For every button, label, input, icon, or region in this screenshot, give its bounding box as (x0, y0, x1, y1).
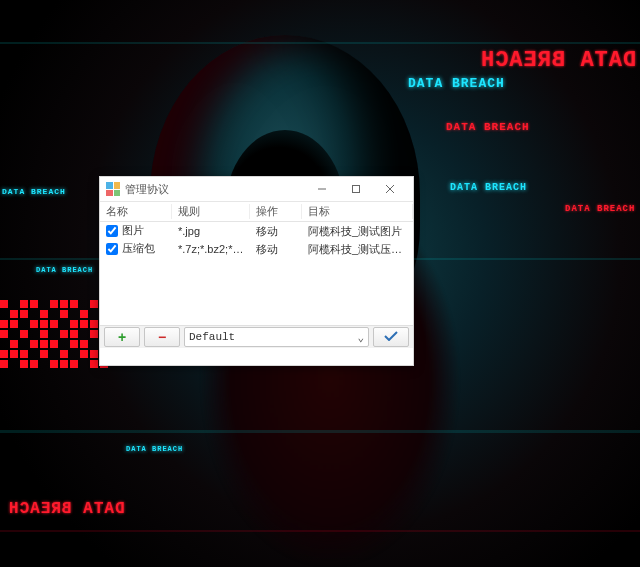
row-rule: *.7z;*.bz2;*.gz… (172, 243, 250, 255)
confirm-button[interactable] (373, 327, 409, 347)
breach-text: DATA BREACH (8, 500, 125, 518)
breach-text: DATA BREACH (480, 48, 636, 73)
profile-dropdown[interactable]: Default ⌄ (184, 327, 369, 347)
app-icon (106, 182, 120, 196)
row-action: 移动 (250, 224, 302, 239)
row-target: 阿榄科技_测试图片 (302, 224, 413, 239)
col-action[interactable]: 操作 (250, 204, 302, 219)
add-button[interactable]: + (104, 327, 140, 347)
breach-text: DATA BREACH (2, 187, 66, 196)
col-target[interactable]: 目标 (302, 204, 413, 219)
remove-button[interactable]: − (144, 327, 180, 347)
rules-grid[interactable]: 名称 规则 操作 目标 图片*.jpg移动阿榄科技_测试图片压缩包*.7z;*.… (100, 202, 413, 325)
glitch-line (0, 430, 640, 433)
manage-rules-dialog: 管理协议 名称 规则 操作 目标 图片*.jpg移动阿榄科技_测试图片压缩包*.… (99, 176, 414, 366)
glitch-line (0, 42, 640, 44)
breach-text: DATA BREACH (450, 182, 527, 193)
minus-icon: − (158, 330, 166, 344)
table-row[interactable]: 图片*.jpg移动阿榄科技_测试图片 (100, 222, 413, 240)
breach-text: DATA BREACH (126, 445, 183, 453)
row-rule: *.jpg (172, 225, 250, 237)
minimize-button[interactable] (305, 177, 339, 201)
close-button[interactable] (373, 177, 407, 201)
row-action: 移动 (250, 242, 302, 257)
pixel-glitch (0, 300, 108, 368)
col-rule[interactable]: 规则 (172, 204, 250, 219)
toolbar: + − Default ⌄ (100, 325, 413, 348)
svg-rect-1 (353, 186, 360, 193)
breach-text: DATA BREACH (408, 76, 505, 91)
row-name: 图片 (122, 223, 144, 238)
chevron-down-icon: ⌄ (357, 331, 364, 344)
col-name[interactable]: 名称 (100, 204, 172, 219)
row-check[interactable]: 压缩包 (106, 241, 155, 256)
plus-icon: + (118, 330, 126, 344)
check-icon (384, 331, 398, 343)
row-target: 阿榄科技_测试压… (302, 242, 413, 257)
row-check[interactable]: 图片 (106, 223, 144, 238)
glitch-line (0, 530, 640, 532)
row-checkbox[interactable] (106, 243, 118, 255)
titlebar[interactable]: 管理协议 (100, 177, 413, 202)
row-name: 压缩包 (122, 241, 155, 256)
maximize-button[interactable] (339, 177, 373, 201)
row-checkbox[interactable] (106, 225, 118, 237)
table-row[interactable]: 压缩包*.7z;*.bz2;*.gz…移动阿榄科技_测试压… (100, 240, 413, 258)
window-title: 管理协议 (125, 182, 169, 197)
dropdown-value: Default (189, 331, 235, 343)
grid-header: 名称 规则 操作 目标 (100, 202, 413, 222)
breach-text: DATA BREACH (36, 266, 93, 274)
breach-text: DATA BREACH (565, 204, 635, 214)
breach-text: DATA BREACH (446, 121, 530, 133)
